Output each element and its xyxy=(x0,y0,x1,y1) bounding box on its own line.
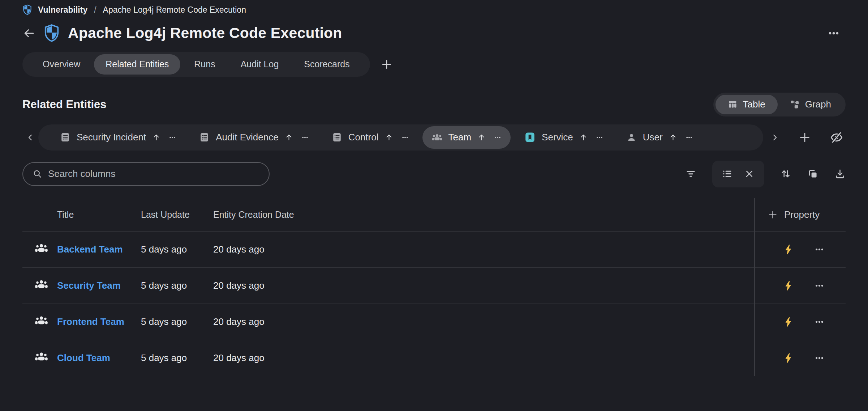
entity-tab-label: User xyxy=(643,132,663,143)
column-header-last-update[interactable]: Last Update xyxy=(141,209,213,220)
entity-tab-security-incident[interactable]: Security Incident xyxy=(51,124,185,151)
plus-icon xyxy=(381,59,392,70)
run-action-button[interactable] xyxy=(783,280,794,291)
move-up-icon[interactable] xyxy=(385,133,393,141)
run-action-button[interactable] xyxy=(783,352,794,364)
add-tab-button[interactable] xyxy=(381,59,392,70)
clear-grouping-button[interactable] xyxy=(744,168,755,179)
page-tabs: OverviewRelated EntitiesRunsAudit LogSco… xyxy=(22,52,370,77)
search-icon xyxy=(33,169,42,179)
row-title-link[interactable]: Security Team xyxy=(57,280,141,291)
people-icon xyxy=(35,350,48,363)
breadcrumb-current: Apache Log4j Remote Code Execution xyxy=(103,5,246,15)
row-last-update: 5 days ago xyxy=(141,316,213,327)
entity-tab-menu-icon[interactable] xyxy=(169,134,176,141)
column-header-title[interactable]: Title xyxy=(57,209,141,220)
entity-tab-menu-icon[interactable] xyxy=(301,134,309,141)
back-button[interactable] xyxy=(22,27,35,40)
row-last-update: 5 days ago xyxy=(141,280,213,291)
vulnerability-page: Vulnerability / Apache Log4j Remote Code… xyxy=(0,0,868,411)
people-icon xyxy=(35,314,48,327)
toolbar-actions xyxy=(685,161,846,187)
add-entity-tab-button[interactable] xyxy=(799,131,811,144)
page-title: Apache Log4j Remote Code Execution xyxy=(68,25,342,42)
entity-tab-menu-icon[interactable] xyxy=(596,134,603,141)
move-up-icon[interactable] xyxy=(669,133,677,141)
section-title: Related Entities xyxy=(22,98,107,111)
row-last-update: 5 days ago xyxy=(141,244,213,255)
row-title-link[interactable]: Backend Team xyxy=(57,244,141,255)
search-columns-box[interactable] xyxy=(22,162,270,186)
column-header-creation-date[interactable]: Entity Creation Date xyxy=(213,209,755,220)
entity-tab-control[interactable]: Control xyxy=(322,124,418,151)
arrow-left-icon xyxy=(22,27,35,40)
move-up-icon[interactable] xyxy=(579,133,588,141)
view-toggle-table[interactable]: Table xyxy=(716,95,778,114)
entity-tab-menu-icon[interactable] xyxy=(401,134,409,141)
tab-overview[interactable]: Overview xyxy=(31,54,92,75)
table-icon xyxy=(728,99,738,109)
row-type-cell xyxy=(22,277,57,293)
entity-tab-team[interactable]: Team xyxy=(422,126,511,149)
section-header: Related Entities TableGraph xyxy=(22,93,846,116)
view-toggle-label: Table xyxy=(743,99,765,110)
page-menu-button[interactable] xyxy=(828,27,840,39)
page-tabs-row: OverviewRelated EntitiesRunsAudit LogSco… xyxy=(22,52,846,77)
move-up-icon[interactable] xyxy=(477,133,486,141)
scroll-left-button[interactable] xyxy=(22,133,38,142)
people-icon xyxy=(432,132,442,143)
tab-related-entities[interactable]: Related Entities xyxy=(94,54,180,75)
close-icon xyxy=(744,168,755,179)
shield-icon xyxy=(43,24,60,43)
plus-icon xyxy=(768,210,778,220)
entity-tab-label: Audit Evidence xyxy=(216,132,278,143)
eye-off-icon xyxy=(830,131,843,144)
bullet-list-icon xyxy=(722,168,733,179)
ellipsis-icon xyxy=(815,317,824,327)
bolt-icon xyxy=(783,244,794,255)
entity-tab-label: Security Incident xyxy=(77,132,146,143)
run-action-button[interactable] xyxy=(783,316,794,327)
row-title-link[interactable]: Frontend Team xyxy=(57,316,141,327)
table-body: Backend Team5 days ago20 days agoSecurit… xyxy=(22,232,846,376)
entity-tab-service[interactable]: Service xyxy=(515,124,613,151)
entity-tab-menu-icon[interactable] xyxy=(494,134,501,141)
entity-tab-audit-evidence[interactable]: Audit Evidence xyxy=(190,124,318,151)
sort-button[interactable] xyxy=(780,168,791,179)
row-title-link[interactable]: Cloud Team xyxy=(57,352,141,364)
row-creation-date: 20 days ago xyxy=(213,352,755,364)
move-up-icon[interactable] xyxy=(285,133,293,141)
row-type-cell xyxy=(22,314,57,330)
hide-tabs-button[interactable] xyxy=(830,131,843,144)
table-row: Security Team5 days ago20 days ago xyxy=(22,268,846,304)
entity-tab-menu-icon[interactable] xyxy=(686,134,693,141)
tab-runs[interactable]: Runs xyxy=(182,54,227,75)
copy-icon xyxy=(807,168,818,179)
column-list-button[interactable] xyxy=(722,168,733,179)
row-menu-button[interactable] xyxy=(815,317,824,327)
row-menu-button[interactable] xyxy=(815,281,824,291)
row-menu-button[interactable] xyxy=(815,353,824,363)
row-actions xyxy=(755,244,846,255)
graph-icon xyxy=(790,99,800,109)
scroll-right-button[interactable] xyxy=(767,133,783,142)
entity-tab-user[interactable]: User xyxy=(617,124,702,151)
plus-icon xyxy=(799,131,811,144)
list-card-icon xyxy=(199,132,210,143)
search-columns-input[interactable] xyxy=(48,168,259,179)
breadcrumb-root[interactable]: Vulnerability xyxy=(38,5,87,15)
copy-button[interactable] xyxy=(807,168,818,179)
row-menu-button[interactable] xyxy=(815,245,824,254)
add-property-button[interactable]: Property xyxy=(755,209,820,220)
filter-button[interactable] xyxy=(685,168,696,179)
move-up-icon[interactable] xyxy=(152,133,160,141)
download-button[interactable] xyxy=(834,168,846,179)
tab-scorecards[interactable]: Scorecards xyxy=(292,54,361,75)
run-action-button[interactable] xyxy=(783,244,794,255)
tab-audit-log[interactable]: Audit Log xyxy=(229,54,291,75)
breadcrumb-separator: / xyxy=(94,5,96,15)
header-actions-cell: Property xyxy=(755,209,846,220)
title-row: Apache Log4j Remote Code Execution xyxy=(22,24,846,43)
view-toggle-graph[interactable]: Graph xyxy=(778,95,843,114)
list-card-icon xyxy=(332,132,342,143)
